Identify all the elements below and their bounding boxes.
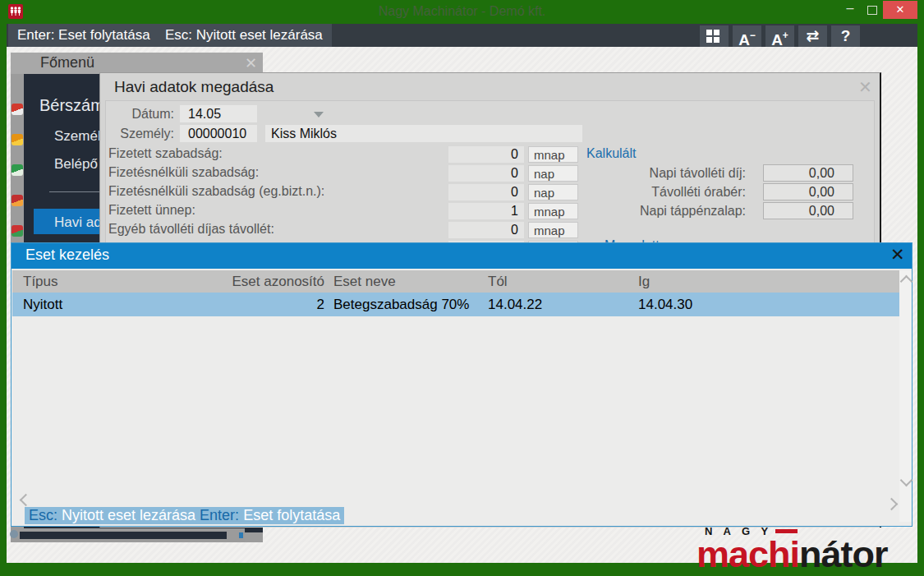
- page-left-icon[interactable]: [20, 494, 33, 507]
- cell-tipus: Nyitott: [23, 297, 62, 313]
- scroll-up-icon[interactable]: [900, 275, 913, 288]
- cart-icon[interactable]: [11, 104, 23, 115]
- datum-label: Dátum:: [108, 107, 174, 122]
- kalk-value-field: 0,00: [763, 164, 853, 182]
- menu-section-berszamfejtes: Bérszám: [39, 96, 104, 115]
- row-unit-field[interactable]: mnap: [528, 146, 578, 163]
- scroll-marker: [239, 532, 243, 538]
- main-content: Enter: Eset folytatása Esc: Nyitott eset…: [7, 24, 917, 563]
- fomenu-close-icon[interactable]: ✕: [245, 54, 257, 72]
- brand-logo: N A G Y machinátor: [696, 523, 915, 571]
- kalk-value-field: 0,00: [763, 183, 853, 200]
- vertical-scrollbar[interactable]: [899, 270, 912, 522]
- row-label: Fizetésnélküli szabadság:: [108, 165, 259, 180]
- col-tol: Tól: [488, 274, 508, 290]
- row-value-field[interactable]: 0: [448, 184, 524, 200]
- esc-key-hint: Esc:: [29, 507, 57, 523]
- scroll-knob-icon: [10, 530, 18, 538]
- row-label: Fizetésnélküli szabadság (eg.bizt.n.):: [108, 184, 324, 199]
- page-right-icon[interactable]: [885, 498, 899, 511]
- eset-kezeles-window: Eset kezelés ✕ Típus Eset azonosító Eset…: [11, 242, 913, 527]
- basket-icon[interactable]: [11, 225, 23, 237]
- help-button[interactable]: ?: [831, 25, 860, 47]
- row-value-field[interactable]: 1: [448, 203, 524, 219]
- row-value-field[interactable]: 0: [448, 146, 524, 163]
- enter-action-hint: Eset folytatása: [239, 507, 340, 523]
- col-eset-azonosito: Eset azonosító: [177, 274, 324, 290]
- szemely-code-field[interactable]: 00000010: [180, 125, 257, 142]
- enter-continue-case-button[interactable]: Enter: Eset folytatása: [8, 24, 159, 47]
- font-decrease-button[interactable]: A−: [733, 25, 761, 47]
- kalk-value-field: 0,00: [763, 202, 853, 219]
- cell-azonosito: 2: [177, 297, 324, 313]
- flag-icon[interactable]: [11, 164, 23, 176]
- col-eset-neve: Eset neve: [333, 274, 396, 290]
- coins-icon[interactable]: [11, 195, 23, 206]
- esc-action-hint: Nyitott eset lezárása: [57, 507, 200, 523]
- tiles-icon: [706, 30, 720, 44]
- chevron-down-icon: [314, 112, 324, 118]
- cell-tol: 14.04.22: [488, 297, 542, 313]
- maximize-button[interactable]: [861, 0, 882, 20]
- row-label: Egyéb távolléti díjas távollét:: [108, 222, 274, 237]
- bag-icon[interactable]: [11, 134, 23, 145]
- window-titlebar[interactable]: Nagy Machinátor - Demó kft. – ✕: [0, 0, 924, 24]
- tiles-menu-button[interactable]: [700, 25, 729, 47]
- cell-ig: 14.04.30: [638, 297, 692, 313]
- fomenu-titlebar[interactable]: Főmenü ✕: [11, 53, 263, 74]
- szemely-label: Személy:: [108, 127, 174, 141]
- window-title: Nagy Machinátor - Demó kft.: [0, 4, 924, 19]
- table-row-selected[interactable]: Nyitott 2 Betegszabadság 70% 14.04.22 14…: [12, 293, 899, 316]
- font-decrease-icon: A−: [738, 31, 756, 48]
- eset-title: Eset kezelés: [25, 247, 109, 264]
- row-value-field[interactable]: 0: [448, 222, 524, 238]
- row-unit-field[interactable]: mnap: [528, 222, 578, 238]
- row-label: Fizetett szabadság:: [108, 146, 223, 161]
- minimize-button[interactable]: –: [839, 0, 861, 20]
- row-label: Fizetett ünnep:: [108, 203, 195, 218]
- font-increase-button[interactable]: A+: [765, 25, 794, 47]
- toolbar: Enter: Eset folytatása Esc: Nyitott eset…: [7, 24, 917, 47]
- menu-item-belepo[interactable]: Belépő (: [54, 156, 106, 173]
- kalk-label: Távolléti órabér:: [560, 185, 746, 200]
- scroll-down-icon[interactable]: [900, 474, 913, 487]
- row-value-field[interactable]: 0: [448, 165, 524, 182]
- table-header: Típus Eset azonosító Eset neve Tól Ig: [12, 270, 899, 293]
- szemely-name-field[interactable]: Kiss Miklós: [265, 125, 582, 142]
- dialog-title: Havi adatok megadása: [114, 78, 274, 96]
- swap-arrows-icon: ⇄: [807, 27, 820, 44]
- col-tipus: Típus: [23, 274, 58, 290]
- datum-dropdown[interactable]: 14.05: [180, 105, 257, 122]
- maximize-icon: [867, 6, 877, 15]
- kalk-label: Napi távolléti díj:: [560, 166, 746, 181]
- close-button[interactable]: ✕: [883, 1, 917, 19]
- cell-neve: Betegszabadság 70%: [333, 297, 469, 313]
- fomenu-title: Főmenü: [40, 54, 94, 71]
- fomenu-horizontal-scrollbar[interactable]: [11, 528, 245, 542]
- eset-titlebar[interactable]: Eset kezelés ✕: [11, 243, 912, 269]
- swap-arrows-button[interactable]: ⇄: [798, 25, 827, 47]
- kalkulalt-heading: Kalkulált: [586, 146, 636, 161]
- font-increase-icon: A+: [771, 31, 788, 48]
- app-window: Nagy Machinátor - Demó kft. – ✕ Enter: E…: [0, 0, 924, 576]
- status-hint-bar: Esc: Nyitott eset lezárása Enter: Eset f…: [25, 507, 344, 524]
- scrollbar-thumb[interactable]: [20, 532, 227, 539]
- eset-close-icon[interactable]: ✕: [890, 245, 905, 265]
- logo-machinator-text: machinátor: [696, 538, 915, 571]
- dialog-close-icon[interactable]: ✕: [858, 77, 872, 97]
- col-ig: Ig: [638, 274, 650, 290]
- help-icon: ?: [841, 27, 851, 44]
- kalk-label: Napi táppénzalap:: [560, 204, 746, 219]
- esc-close-case-button[interactable]: Esc: Nyitott eset lezárása: [156, 24, 332, 47]
- enter-key-hint: Enter:: [200, 507, 239, 523]
